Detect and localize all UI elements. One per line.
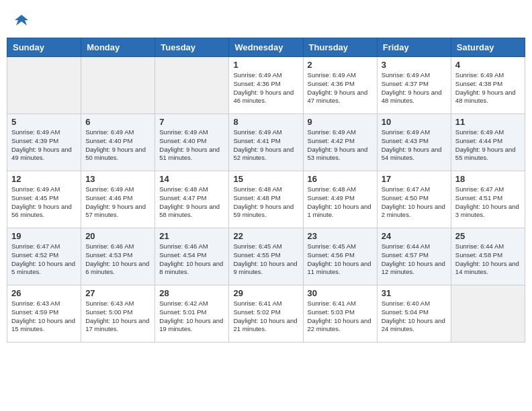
weekday-header-wednesday: Wednesday xyxy=(229,38,303,57)
day-number: 10 xyxy=(382,117,447,127)
day-cell: 30Sunrise: 6:41 AM Sunset: 5:03 PM Dayli… xyxy=(303,285,377,342)
day-info: Sunrise: 6:49 AM Sunset: 4:39 PM Dayligh… xyxy=(11,128,77,163)
day-number: 17 xyxy=(382,174,447,184)
weekday-header-row: SundayMondayTuesdayWednesdayThursdayFrid… xyxy=(7,38,525,57)
day-info: Sunrise: 6:49 AM Sunset: 4:40 PM Dayligh… xyxy=(85,128,150,163)
day-cell: 24Sunrise: 6:44 AM Sunset: 4:57 PM Dayli… xyxy=(377,228,451,285)
day-cell: 17Sunrise: 6:47 AM Sunset: 4:50 PM Dayli… xyxy=(377,171,451,228)
day-cell xyxy=(155,57,229,114)
day-info: Sunrise: 6:40 AM Sunset: 5:04 PM Dayligh… xyxy=(382,300,447,334)
day-cell: 3Sunrise: 6:49 AM Sunset: 4:37 PM Daylig… xyxy=(377,57,451,114)
header xyxy=(7,7,525,34)
day-info: Sunrise: 6:49 AM Sunset: 4:38 PM Dayligh… xyxy=(455,71,521,105)
day-info: Sunrise: 6:48 AM Sunset: 4:47 PM Dayligh… xyxy=(159,185,224,220)
day-info: Sunrise: 6:49 AM Sunset: 4:40 PM Dayligh… xyxy=(159,128,224,163)
day-info: Sunrise: 6:45 AM Sunset: 4:55 PM Dayligh… xyxy=(233,242,298,277)
day-number: 14 xyxy=(159,174,224,184)
day-cell: 25Sunrise: 6:44 AM Sunset: 4:58 PM Dayli… xyxy=(451,228,525,285)
day-number: 27 xyxy=(85,288,150,298)
day-number: 18 xyxy=(455,174,521,184)
day-number: 31 xyxy=(382,288,447,298)
weekday-header-saturday: Saturday xyxy=(451,38,525,57)
day-number: 6 xyxy=(85,117,150,127)
day-number: 22 xyxy=(233,231,298,241)
day-info: Sunrise: 6:45 AM Sunset: 4:56 PM Dayligh… xyxy=(308,242,373,277)
svg-marker-0 xyxy=(15,15,28,26)
day-cell: 5Sunrise: 6:49 AM Sunset: 4:39 PM Daylig… xyxy=(7,114,81,171)
day-number: 25 xyxy=(455,231,521,241)
day-number: 24 xyxy=(382,231,447,241)
weekday-header-sunday: Sunday xyxy=(7,38,81,57)
day-info: Sunrise: 6:49 AM Sunset: 4:43 PM Dayligh… xyxy=(382,128,447,163)
weekday-header-tuesday: Tuesday xyxy=(155,38,229,57)
day-info: Sunrise: 6:41 AM Sunset: 5:03 PM Dayligh… xyxy=(308,300,373,334)
day-cell: 22Sunrise: 6:45 AM Sunset: 4:55 PM Dayli… xyxy=(229,228,303,285)
day-info: Sunrise: 6:47 AM Sunset: 4:50 PM Dayligh… xyxy=(382,185,447,220)
day-number: 30 xyxy=(308,288,373,298)
day-cell: 1Sunrise: 6:49 AM Sunset: 4:36 PM Daylig… xyxy=(229,57,303,114)
calendar: SundayMondayTuesdayWednesdayThursdayFrid… xyxy=(7,38,525,342)
day-info: Sunrise: 6:48 AM Sunset: 4:48 PM Dayligh… xyxy=(233,185,298,220)
day-number: 1 xyxy=(233,60,298,70)
day-cell: 29Sunrise: 6:41 AM Sunset: 5:02 PM Dayli… xyxy=(229,285,303,342)
day-cell: 28Sunrise: 6:42 AM Sunset: 5:01 PM Dayli… xyxy=(155,285,229,342)
week-row-4: 19Sunrise: 6:47 AM Sunset: 4:52 PM Dayli… xyxy=(7,228,525,285)
weekday-header-monday: Monday xyxy=(81,38,155,57)
day-number: 19 xyxy=(11,231,77,241)
day-cell: 20Sunrise: 6:46 AM Sunset: 4:53 PM Dayli… xyxy=(81,228,155,285)
day-number: 13 xyxy=(85,174,150,184)
week-row-3: 12Sunrise: 6:49 AM Sunset: 4:45 PM Dayli… xyxy=(7,171,525,228)
day-number: 28 xyxy=(159,288,224,298)
day-info: Sunrise: 6:49 AM Sunset: 4:41 PM Dayligh… xyxy=(233,128,298,163)
week-row-1: 1Sunrise: 6:49 AM Sunset: 4:36 PM Daylig… xyxy=(7,57,525,114)
day-cell xyxy=(7,57,81,114)
weekday-header-thursday: Thursday xyxy=(303,38,377,57)
week-row-2: 5Sunrise: 6:49 AM Sunset: 4:39 PM Daylig… xyxy=(7,114,525,171)
day-cell: 2Sunrise: 6:49 AM Sunset: 4:36 PM Daylig… xyxy=(303,57,377,114)
day-cell: 27Sunrise: 6:43 AM Sunset: 5:00 PM Dayli… xyxy=(81,285,155,342)
day-number: 7 xyxy=(159,117,224,127)
day-cell: 15Sunrise: 6:48 AM Sunset: 4:48 PM Dayli… xyxy=(229,171,303,228)
day-number: 29 xyxy=(233,288,298,298)
day-info: Sunrise: 6:44 AM Sunset: 4:58 PM Dayligh… xyxy=(455,242,521,277)
day-cell: 7Sunrise: 6:49 AM Sunset: 4:40 PM Daylig… xyxy=(155,114,229,171)
day-cell xyxy=(81,57,155,114)
day-cell: 23Sunrise: 6:45 AM Sunset: 4:56 PM Dayli… xyxy=(303,228,377,285)
day-cell: 12Sunrise: 6:49 AM Sunset: 4:45 PM Dayli… xyxy=(7,171,81,228)
day-cell: 8Sunrise: 6:49 AM Sunset: 4:41 PM Daylig… xyxy=(229,114,303,171)
day-cell: 16Sunrise: 6:48 AM Sunset: 4:49 PM Dayli… xyxy=(303,171,377,228)
day-info: Sunrise: 6:49 AM Sunset: 4:36 PM Dayligh… xyxy=(308,71,373,105)
day-cell: 9Sunrise: 6:49 AM Sunset: 4:42 PM Daylig… xyxy=(303,114,377,171)
day-info: Sunrise: 6:46 AM Sunset: 4:54 PM Dayligh… xyxy=(159,242,224,277)
day-number: 21 xyxy=(159,231,224,241)
day-info: Sunrise: 6:49 AM Sunset: 4:36 PM Dayligh… xyxy=(233,71,298,105)
day-info: Sunrise: 6:49 AM Sunset: 4:46 PM Dayligh… xyxy=(85,185,150,220)
day-number: 20 xyxy=(85,231,150,241)
day-number: 12 xyxy=(11,174,77,184)
day-info: Sunrise: 6:42 AM Sunset: 5:01 PM Dayligh… xyxy=(159,300,224,334)
day-cell: 10Sunrise: 6:49 AM Sunset: 4:43 PM Dayli… xyxy=(377,114,451,171)
day-number: 8 xyxy=(233,117,298,127)
day-number: 16 xyxy=(308,174,373,184)
day-cell: 18Sunrise: 6:47 AM Sunset: 4:51 PM Dayli… xyxy=(451,171,525,228)
day-number: 23 xyxy=(308,231,373,241)
day-cell: 6Sunrise: 6:49 AM Sunset: 4:40 PM Daylig… xyxy=(81,114,155,171)
day-cell: 14Sunrise: 6:48 AM Sunset: 4:47 PM Dayli… xyxy=(155,171,229,228)
day-info: Sunrise: 6:49 AM Sunset: 4:45 PM Dayligh… xyxy=(11,185,77,220)
day-cell: 13Sunrise: 6:49 AM Sunset: 4:46 PM Dayli… xyxy=(81,171,155,228)
day-number: 5 xyxy=(11,117,77,127)
week-row-5: 26Sunrise: 6:43 AM Sunset: 4:59 PM Dayli… xyxy=(7,285,525,342)
weekday-header-friday: Friday xyxy=(377,38,451,57)
day-cell: 31Sunrise: 6:40 AM Sunset: 5:04 PM Dayli… xyxy=(377,285,451,342)
day-info: Sunrise: 6:44 AM Sunset: 4:57 PM Dayligh… xyxy=(382,242,447,277)
day-number: 3 xyxy=(382,60,447,70)
day-number: 2 xyxy=(308,60,373,70)
day-number: 11 xyxy=(455,117,521,127)
day-info: Sunrise: 6:47 AM Sunset: 4:52 PM Dayligh… xyxy=(11,242,77,277)
day-info: Sunrise: 6:49 AM Sunset: 4:44 PM Dayligh… xyxy=(455,128,521,163)
day-number: 15 xyxy=(233,174,298,184)
day-info: Sunrise: 6:47 AM Sunset: 4:51 PM Dayligh… xyxy=(455,185,521,220)
logo xyxy=(13,13,28,31)
day-cell: 4Sunrise: 6:49 AM Sunset: 4:38 PM Daylig… xyxy=(451,57,525,114)
day-info: Sunrise: 6:41 AM Sunset: 5:02 PM Dayligh… xyxy=(233,300,298,334)
